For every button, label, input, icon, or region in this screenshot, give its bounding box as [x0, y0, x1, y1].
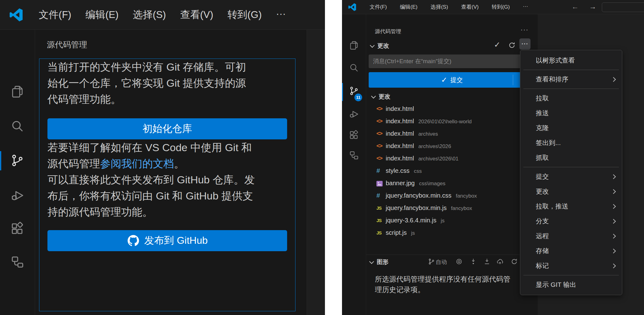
- changed-files-list: <>index.html<>index.html2026\01\02\hello…: [366, 103, 537, 239]
- file-path: archives\2026: [418, 140, 451, 153]
- menubar-item-file[interactable]: 文件(F): [363, 3, 393, 11]
- menubar-item-selection[interactable]: 选择(S): [424, 3, 455, 11]
- context-menu-item-checkout-to[interactable]: 签出到...: [520, 135, 622, 150]
- docs-text-end: 。: [174, 158, 184, 169]
- context-menu-item-show-git-output[interactable]: 显示 GIT 输出: [520, 277, 622, 292]
- menubar-item-edit[interactable]: 编辑(E): [393, 3, 424, 11]
- context-menu-item-label: 分支: [536, 217, 549, 225]
- pull-arrow-down-dot-icon[interactable]: [470, 258, 477, 265]
- source-control-icon[interactable]: [10, 153, 24, 168]
- chevron-down-icon: [371, 94, 376, 99]
- explorer-icon[interactable]: [349, 40, 359, 50]
- context-menu-item-tags[interactable]: 标记: [520, 258, 622, 273]
- extensions-icon[interactable]: [349, 130, 359, 140]
- menubar-item-file[interactable]: 文件(F): [32, 8, 78, 22]
- docs-link[interactable]: 参阅我们的文档: [100, 158, 174, 169]
- publish-to-github-button[interactable]: 发布到 GitHub: [47, 230, 287, 251]
- file-path: fancybox: [451, 202, 472, 215]
- submenu-arrow-icon: [611, 219, 616, 224]
- refresh-icon[interactable]: [511, 258, 518, 265]
- context-menu-item-push[interactable]: 推送: [520, 106, 622, 120]
- menubar-item-edit[interactable]: 编辑(E): [78, 8, 126, 22]
- context-menu-item-pull[interactable]: 拉取: [520, 91, 622, 106]
- changed-file-row[interactable]: <>index.html2026\01\02\hello-world: [366, 115, 537, 127]
- remote-explorer-icon[interactable]: [10, 255, 24, 269]
- cloud-upload-icon[interactable]: [496, 258, 504, 265]
- changed-file-row[interactable]: #jquery.fancybox.min.cssfancybox: [366, 189, 537, 202]
- menubar-item-go[interactable]: 转到(G): [220, 8, 269, 22]
- more-actions-button[interactable]: ···: [519, 38, 531, 50]
- changed-file-row[interactable]: JSjquery.fancybox.min.jsfancybox: [366, 202, 537, 214]
- changed-file-row[interactable]: JSjquery-3.6.4.min.jsjs: [366, 214, 537, 226]
- context-menu-item-label: 以树形式查看: [536, 56, 575, 65]
- submenu-arrow-icon: [611, 249, 616, 254]
- changes-tree-header[interactable]: 更改: [366, 91, 537, 102]
- commit-message-input[interactable]: [369, 55, 535, 68]
- context-menu-item-label: 拉取，推送: [536, 202, 568, 211]
- chevron-down-icon: [369, 259, 374, 264]
- refresh-icon[interactable]: [508, 42, 516, 49]
- menubar-item-view[interactable]: 查看(V): [173, 8, 220, 22]
- context-menu-item-view-and-sort[interactable]: 查看和排序: [520, 72, 622, 87]
- menubar-item-more[interactable]: ···: [269, 8, 293, 22]
- menubar-item-selection[interactable]: 选择(S): [126, 8, 173, 22]
- menubar-item-view[interactable]: 查看(V): [455, 3, 485, 11]
- run-debug-icon[interactable]: [10, 188, 24, 203]
- context-menu-item-pull-push[interactable]: 拉取，推送: [520, 199, 622, 214]
- graph-auto-label[interactable]: 自动: [436, 258, 447, 266]
- menubar-item-go[interactable]: 转到(G): [485, 3, 517, 11]
- context-menu-item-changes[interactable]: 更改: [520, 184, 622, 199]
- file-path: 2026\01\02\hello-world: [418, 116, 472, 128]
- file-path: archives: [418, 128, 438, 140]
- context-menu-item-stash[interactable]: 存储: [520, 243, 622, 258]
- navigate-forward-icon[interactable]: →: [589, 0, 596, 14]
- initialize-repository-button[interactable]: 初始化仓库: [47, 118, 287, 139]
- commit-dropdown-separator: [513, 75, 513, 85]
- target-icon[interactable]: [455, 258, 463, 265]
- extensions-icon[interactable]: [10, 222, 24, 236]
- context-menu-item-label: 签出到...: [536, 138, 561, 147]
- changed-file-row[interactable]: <>index.html: [366, 103, 537, 115]
- changed-file-row[interactable]: JSscript.jsjs: [366, 226, 537, 239]
- search-icon[interactable]: [10, 119, 24, 133]
- panel-more-actions-icon[interactable]: ···: [521, 26, 529, 33]
- navigate-back-icon[interactable]: ←: [571, 0, 579, 14]
- graph-section-header[interactable]: 图形 自动: [366, 255, 537, 268]
- context-menu-item-view-as-tree[interactable]: 以树形式查看: [520, 53, 622, 68]
- context-menu-item-remote[interactable]: 远程: [520, 229, 622, 243]
- html-file-icon: <>: [376, 142, 386, 149]
- fetch-arrow-down-line-icon[interactable]: [483, 258, 491, 265]
- source-control-icon[interactable]: [349, 86, 359, 96]
- context-menu-item-label: 查看和排序: [536, 75, 568, 84]
- context-menu-item-label: 更改: [536, 187, 549, 196]
- commit-button[interactable]: ✓ 提交: [369, 72, 535, 88]
- menubar-item-more[interactable]: ···: [516, 3, 535, 11]
- submenu-arrow-icon: [611, 234, 616, 239]
- context-menu-item-branch[interactable]: 分支: [520, 214, 622, 229]
- run-debug-icon[interactable]: [349, 109, 359, 119]
- changed-file-row[interactable]: banner.jpgcss\images: [366, 177, 537, 189]
- commit-check-icon[interactable]: ✓: [494, 40, 500, 49]
- remote-explorer-icon[interactable]: [349, 150, 359, 160]
- file-name: jquery-3.6.4.min.js: [386, 214, 436, 226]
- file-name: banner.jpg: [386, 177, 415, 189]
- context-menu-item-commit[interactable]: 提交: [520, 169, 622, 184]
- search-icon[interactable]: [349, 63, 359, 73]
- changed-file-row[interactable]: <>index.htmlarchives\2026\01: [366, 152, 537, 164]
- source-control-sidebar: 源代码管理 ··· 更改 ✓ ··· ✓ 提交 更改 <>index.html<…: [366, 14, 537, 315]
- context-menu-item-fetch[interactable]: 抓取: [520, 150, 622, 165]
- file-name: index.html: [386, 127, 414, 140]
- context-menu-item-label: 远程: [536, 232, 549, 240]
- changed-file-row[interactable]: <>index.htmlarchives\2026: [366, 140, 537, 152]
- git-branch-icon[interactable]: [428, 258, 435, 265]
- explorer-icon[interactable]: [10, 85, 24, 99]
- context-menu-item-clone[interactable]: 克隆: [520, 120, 622, 135]
- changed-file-row[interactable]: <>index.htmlarchives: [366, 127, 537, 140]
- changed-file-row[interactable]: #style.csscss: [366, 164, 537, 177]
- changes-repo-section-header[interactable]: 更改 ✓ ···: [366, 40, 537, 51]
- file-name: index.html: [386, 103, 414, 115]
- command-center-search-box[interactable]: [602, 2, 644, 12]
- vscode-logo-icon: [9, 8, 23, 22]
- submenu-arrow-icon: [611, 189, 616, 194]
- context-menu-item-label: 显示 GIT 输出: [536, 280, 576, 289]
